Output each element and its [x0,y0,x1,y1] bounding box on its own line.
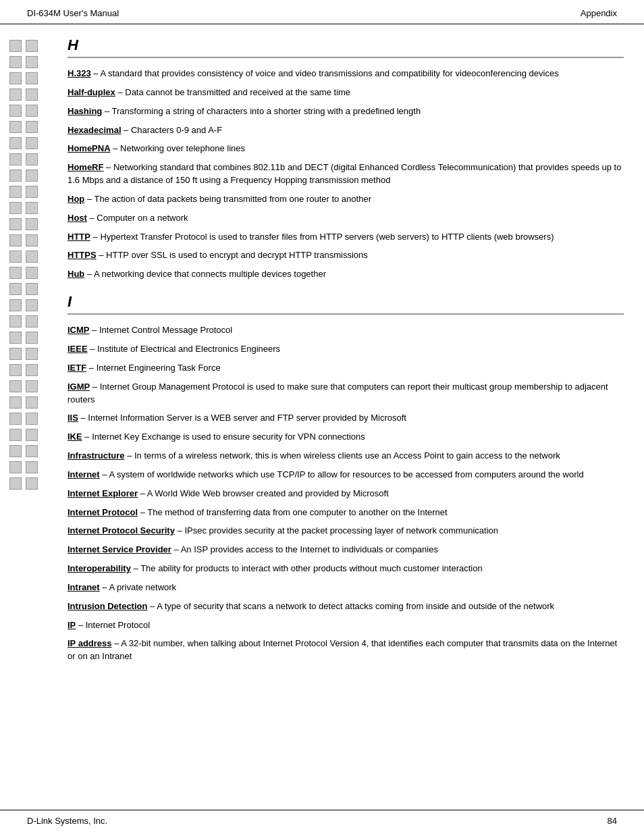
square-row [0,475,61,492]
definition-term: Intranet [68,582,100,592]
definition-item: Internet Protocol – The method of transf… [68,506,624,519]
sidebar-square [9,413,22,425]
sidebar-square [9,267,22,279]
definition-description: – The action of data packets being trans… [84,194,371,204]
square-row [0,200,61,216]
sidebar-square [26,283,38,295]
definition-item: IIS – Internet Information Server is a W… [68,412,624,425]
square-row [0,378,61,394]
definition-term: Half-duplex [68,87,115,97]
sidebar-square [9,234,22,246]
square-row [0,362,61,378]
definition-term: ICMP [68,325,90,335]
sidebar-square [9,72,22,84]
square-row [0,281,61,297]
square-row [0,167,61,184]
definition-item: Intrusion Detection – A type of security… [68,600,624,613]
definition-term: Hub [68,269,84,279]
square-row [0,459,61,475]
sidebar-square [9,332,22,344]
sidebar-square [26,461,38,473]
definition-item: Intranet – A private network [68,581,624,594]
definition-item: Interoperability – The ability for produ… [68,563,624,575]
sidebar-square [26,153,38,165]
definition-item: H.323 – A standard that provides consist… [68,68,624,80]
sidebar-square [26,251,38,263]
definition-item: HTTP – Hypertext Transfer Protocol is us… [68,231,624,244]
sidebar-square [26,445,38,457]
definition-item: Internet – A system of worldwide network… [68,469,624,481]
sidebar-square [26,429,38,441]
square-row [0,313,61,330]
square-row [0,216,61,232]
sidebar-square [26,137,38,149]
header-right: Appendix [581,8,617,18]
sidebar-square [26,267,38,279]
definition-description: – Transforming a string of characters in… [102,106,421,116]
sidebar-square [26,170,38,182]
sidebar-square [9,170,22,182]
definition-description: – The method of transferring data from o… [138,507,448,517]
definition-term: IGMP [68,382,90,392]
sidebar-square [26,477,38,490]
square-row [0,86,61,103]
definition-description: – A 32-bit number, when talking about In… [68,638,617,661]
definition-description: – A private network [100,582,176,592]
sidebar-square [26,234,38,246]
section-heading-h: H [68,36,624,58]
sidebar-square [9,251,22,263]
square-row [0,184,61,200]
square-row [0,427,61,443]
definition-description: – A system of worldwide networks which u… [100,469,584,479]
sidebar-square [9,348,22,360]
sidebar-square [9,380,22,392]
square-row [0,119,61,135]
sidebar-square [9,105,22,117]
definition-description: – The ability for products to interact w… [131,563,483,573]
definition-item: Hop – The action of data packets being t… [68,193,624,206]
definition-item: IGMP – Internet Group Management Protoco… [68,381,624,407]
section-heading-i: I [68,293,624,315]
definition-term: IETF [68,363,86,373]
definition-term: Internet [68,469,100,479]
square-row [0,346,61,362]
sidebar-square [9,56,22,68]
sidebar-square [9,153,22,165]
sidebar-square [9,315,22,328]
definition-description: – Institute of Electrical and Electronic… [88,344,280,354]
definition-term: Hop [68,194,84,204]
sidebar-square [9,299,22,311]
definition-item: Hashing – Transforming a string of chara… [68,105,624,118]
definition-term: Internet Protocol [68,507,138,517]
definition-description: – An ISP provides access to the Internet… [171,544,438,554]
definition-description: – Internet Engineering Task Force [86,363,221,373]
definition-description: – A standard that provides consistency o… [91,68,559,78]
sidebar-square [9,396,22,409]
definition-item: ICMP – Internet Control Message Protocol [68,324,624,337]
footer-left: D-Link Systems, Inc. [27,816,107,826]
definition-item: IETF – Internet Engineering Task Force [68,362,624,375]
square-row [0,297,61,313]
definition-description: – Networking over telephone lines [111,143,245,153]
definition-description: – Internet Group Management Protocol is … [68,382,608,405]
definition-term: Internet Service Provider [68,544,171,554]
definition-term: H.323 [68,68,91,78]
definition-item: HTTPS – HTTP over SSL is used to encrypt… [68,249,624,262]
sidebar-square [26,380,38,392]
sidebar-square [26,218,38,230]
sidebar-square [26,332,38,344]
header-left: DI-634M User's Manual [27,8,119,18]
definition-item: HomePNA – Networking over telephone line… [68,142,624,155]
sidebar-square [26,413,38,425]
definition-term: Hashing [68,106,102,116]
definition-description: – A type of security that scans a networ… [147,601,554,611]
definition-item: Half-duplex – Data cannot be transmitted… [68,86,624,99]
definition-term: Intrusion Detection [68,601,147,611]
page-footer: D-Link Systems, Inc. 84 [0,810,644,834]
sidebar-square [26,364,38,376]
definition-description: – A World Wide Web browser created and p… [138,488,389,498]
definition-term: IP address [68,638,112,648]
definition-description: – Internet Key Exchange is used to ensur… [82,432,365,442]
definition-term: IKE [68,432,82,442]
square-row [0,54,61,70]
